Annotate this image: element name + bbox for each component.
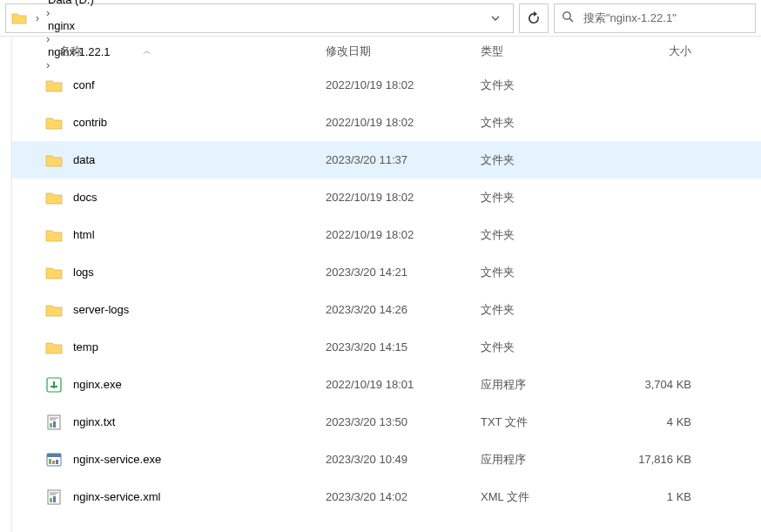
file-row[interactable]: html2022/10/19 18:02文件夹 xyxy=(12,216,761,253)
search-icon xyxy=(562,10,575,26)
file-row[interactable]: logs2023/3/20 14:21文件夹 xyxy=(12,253,761,291)
svg-rect-10 xyxy=(49,459,51,464)
file-date: 2023/3/20 11:37 xyxy=(326,153,481,166)
file-date: 2023/3/20 10:49 xyxy=(326,453,481,466)
nav-gutter xyxy=(0,37,12,532)
sort-indicator-icon: ︿ xyxy=(143,45,152,57)
file-name: data xyxy=(73,153,95,166)
file-type: 文件夹 xyxy=(481,227,622,243)
file-size: 1 KB xyxy=(622,490,709,503)
file-name: docs xyxy=(73,191,97,204)
chevron-down-icon xyxy=(490,13,501,24)
folder-icon xyxy=(45,77,63,94)
file-name: server-logs xyxy=(73,303,129,316)
breadcrumb-item[interactable]: Data (D:) xyxy=(43,0,116,6)
header-name[interactable]: 名称 ︿ xyxy=(12,44,326,59)
folder-icon xyxy=(45,339,63,356)
file-name: nginx-service.xml xyxy=(73,490,160,503)
file-name: nginx.exe xyxy=(73,378,122,391)
file-type: TXT 文件 xyxy=(481,414,622,430)
file-name: nginx-service.exe xyxy=(73,453,161,466)
txt-icon xyxy=(45,414,63,431)
chevron-right-icon: › xyxy=(32,12,43,24)
svg-point-0 xyxy=(563,11,570,18)
chevron-right-icon: › xyxy=(43,6,53,19)
file-size: 4 KB xyxy=(622,415,709,428)
toolbar: › 此电脑›Data (D:)›nginx›nginx-1.22.1› 搜索"n… xyxy=(0,0,761,37)
refresh-icon xyxy=(527,11,541,25)
file-name: logs xyxy=(73,266,94,279)
folder-icon xyxy=(45,114,63,131)
header-type[interactable]: 类型 xyxy=(481,44,622,59)
file-date: 2023/3/20 14:26 xyxy=(326,303,481,316)
file-type: 应用程序 xyxy=(481,377,622,393)
svg-rect-14 xyxy=(50,498,52,502)
file-row[interactable]: nginx-service.exe2023/3/20 10:49应用程序17,8… xyxy=(12,441,761,478)
file-type: 应用程序 xyxy=(481,452,622,468)
svg-rect-11 xyxy=(52,461,55,464)
file-row[interactable]: nginx.exe2022/10/19 18:01应用程序3,704 KB xyxy=(12,366,761,403)
content-area: 名称 ︿ 修改日期 类型 大小 conf2022/10/19 18:02文件夹c… xyxy=(0,37,761,532)
folder-icon xyxy=(45,189,63,206)
folder-icon xyxy=(45,226,63,244)
folder-icon xyxy=(45,301,63,319)
file-name: conf xyxy=(73,78,95,91)
file-row[interactable]: server-logs2023/3/20 14:26文件夹 xyxy=(12,291,761,328)
header-name-label: 名称 xyxy=(59,44,82,59)
file-row[interactable]: nginx-service.xml2023/3/20 14:02XML 文件1 … xyxy=(12,478,761,515)
exe-icon xyxy=(45,451,63,468)
file-name: html xyxy=(73,228,95,241)
file-size: 3,704 KB xyxy=(622,378,709,391)
file-date: 2022/10/19 18:02 xyxy=(326,228,481,241)
file-type: 文件夹 xyxy=(481,340,622,355)
svg-rect-4 xyxy=(50,423,52,428)
file-row[interactable]: docs2022/10/19 18:02文件夹 xyxy=(12,178,761,216)
file-type: 文件夹 xyxy=(481,115,622,131)
svg-rect-12 xyxy=(56,460,58,464)
svg-rect-5 xyxy=(53,421,56,428)
file-date: 2023/3/20 14:02 xyxy=(326,490,481,503)
svg-rect-9 xyxy=(47,454,61,457)
refresh-button[interactable] xyxy=(519,3,549,33)
folder-icon xyxy=(45,152,63,169)
svg-line-1 xyxy=(569,18,573,22)
folder-icon xyxy=(11,10,27,26)
file-date: 2022/10/19 18:01 xyxy=(326,378,481,391)
file-list: conf2022/10/19 18:02文件夹contrib2022/10/19… xyxy=(12,66,761,515)
header-date[interactable]: 修改日期 xyxy=(326,44,481,59)
file-type: 文件夹 xyxy=(481,190,622,205)
breadcrumb-item[interactable]: nginx xyxy=(43,19,116,32)
file-date: 2022/10/19 18:02 xyxy=(326,78,481,91)
exe-g-icon xyxy=(45,376,63,394)
file-row[interactable]: data2023/3/20 11:37文件夹 xyxy=(12,141,761,178)
file-pane: 名称 ︿ 修改日期 类型 大小 conf2022/10/19 18:02文件夹c… xyxy=(12,37,761,532)
svg-rect-15 xyxy=(53,496,56,502)
file-type: XML 文件 xyxy=(481,489,622,505)
xml-icon xyxy=(45,488,63,506)
file-name: nginx.txt xyxy=(73,415,115,428)
file-type: 文件夹 xyxy=(481,265,622,280)
file-name: contrib xyxy=(73,116,107,129)
file-date: 2022/10/19 18:02 xyxy=(326,191,481,204)
file-row[interactable]: conf2022/10/19 18:02文件夹 xyxy=(12,66,761,104)
breadcrumb[interactable]: › 此电脑›Data (D:)›nginx›nginx-1.22.1› xyxy=(5,3,514,33)
file-date: 2022/10/19 18:02 xyxy=(326,116,481,129)
folder-icon xyxy=(45,264,63,281)
column-headers: 名称 ︿ 修改日期 类型 大小 xyxy=(12,37,761,66)
search-placeholder: 搜索"nginx-1.22.1" xyxy=(583,10,677,26)
header-size[interactable]: 大小 xyxy=(622,44,709,59)
file-type: 文件夹 xyxy=(481,302,622,318)
file-row[interactable]: contrib2022/10/19 18:02文件夹 xyxy=(12,104,761,141)
search-input[interactable]: 搜索"nginx-1.22.1" xyxy=(554,3,756,33)
file-row[interactable]: temp2023/3/20 14:15文件夹 xyxy=(12,328,761,366)
file-row[interactable]: nginx.txt2023/3/20 13:50TXT 文件4 KB xyxy=(12,403,761,441)
file-date: 2023/3/20 14:21 xyxy=(326,266,481,279)
file-size: 17,816 KB xyxy=(622,453,709,466)
file-date: 2023/3/20 13:50 xyxy=(326,415,481,428)
file-name: temp xyxy=(73,340,98,354)
file-type: 文件夹 xyxy=(481,152,622,168)
breadcrumb-dropdown[interactable] xyxy=(482,4,509,32)
file-type: 文件夹 xyxy=(481,77,622,93)
file-date: 2023/3/20 14:15 xyxy=(326,340,481,354)
